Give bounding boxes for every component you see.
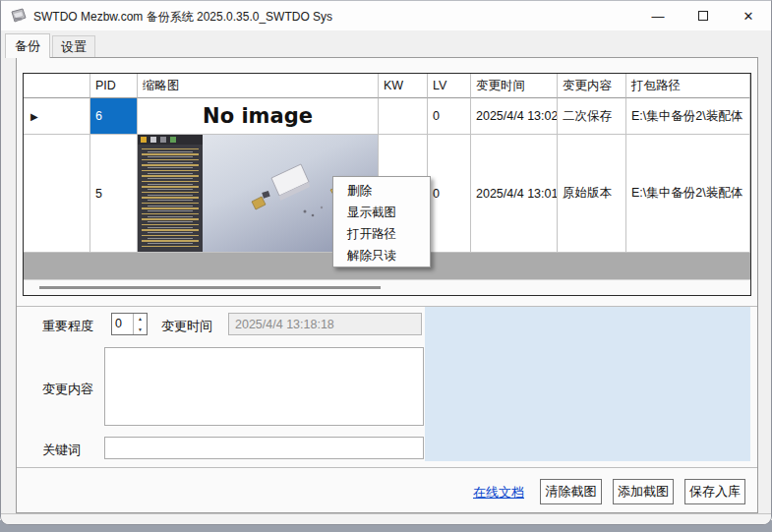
maximize-icon (698, 11, 708, 21)
change-content-label: 变更内容 (42, 381, 93, 398)
status-strip (1, 513, 771, 525)
tab-backup[interactable]: 备份 (5, 33, 50, 58)
change-time-label: 变更时间 (161, 318, 212, 335)
cad-toolbar-icon (141, 137, 147, 143)
app-icon (10, 8, 27, 24)
col-thumbnail[interactable]: 缩略图 (138, 74, 379, 98)
content-cell[interactable]: 原始版本 (558, 135, 626, 253)
close-button[interactable]: ✕ (726, 1, 771, 30)
col-time[interactable]: 变更时间 (471, 74, 558, 98)
maximize-button[interactable] (681, 1, 726, 30)
tab-settings[interactable]: 设置 (52, 35, 95, 58)
col-pid[interactable]: PID (90, 74, 138, 98)
cad-feature-tree (138, 135, 203, 252)
col-path[interactable]: 打包路径 (626, 74, 750, 98)
lv-cell[interactable]: 0 (428, 135, 471, 253)
col-content[interactable]: 变更内容 (558, 74, 626, 98)
importance-value: 0 (112, 314, 133, 334)
kw-cell[interactable] (379, 98, 428, 135)
thumbnail-cell-no-image[interactable]: No image (138, 98, 379, 135)
cad-toolbar-icon (160, 137, 166, 143)
path-cell[interactable]: E:\集中备份2\装配体 (626, 135, 750, 253)
save-to-db-button[interactable]: 保存入库 (684, 479, 745, 504)
col-selector[interactable] (24, 74, 90, 98)
col-lv[interactable]: LV (428, 74, 471, 98)
stepper-down-icon[interactable]: ▼ (134, 325, 147, 335)
keyword-label: 关键词 (42, 442, 81, 459)
cad-toolbar-icon (170, 137, 176, 143)
row-selector-cell[interactable]: ▶ (24, 98, 90, 135)
screen: SWTDO Mezbw.com 备份系统 2025.0.35.0_SWTDO S… (0, 0, 772, 532)
online-docs-link[interactable]: 在线文档 (473, 484, 524, 502)
minimize-button[interactable]: — (635, 1, 681, 30)
importance-stepper[interactable]: 0 ▲ ▼ (111, 313, 148, 335)
menu-item-delete[interactable]: 删除 (333, 180, 430, 202)
stepper-up-icon[interactable]: ▲ (134, 314, 147, 325)
horizontal-scrollbar[interactable] (24, 279, 750, 295)
time-cell[interactable]: 2025/4/4 13:01 (471, 135, 558, 253)
keyword-field[interactable] (104, 437, 424, 459)
grid-header-row: PID 缩略图 KW LV 变更时间 变更内容 打包路径 (24, 74, 750, 98)
add-screenshot-button[interactable]: 添加截图 (613, 479, 674, 504)
lv-cell[interactable]: 0 (428, 98, 471, 135)
screenshot-preview-panel (425, 307, 750, 461)
change-content-field[interactable] (104, 347, 424, 426)
separator (17, 467, 757, 468)
context-menu: 删除 显示截图 打开路径 解除只读 (332, 176, 431, 267)
path-cell[interactable]: E:\集中备份2\装配体 (626, 98, 750, 135)
menu-item-remove-readonly[interactable]: 解除只读 (333, 245, 430, 266)
current-row-arrow-icon: ▶ (30, 111, 38, 122)
window-title: SWTDO Mezbw.com 备份系统 2025.0.35.0_SWTDO S… (33, 9, 332, 26)
scrollbar-thumb[interactable] (39, 286, 381, 289)
title-bar[interactable]: SWTDO Mezbw.com 备份系统 2025.0.35.0_SWTDO S… (1, 1, 771, 30)
tab-strip: 备份 设置 (1, 30, 771, 57)
cad-toolbar-icon (150, 137, 156, 143)
importance-label: 重要程度 (42, 318, 93, 335)
menu-item-open-path[interactable]: 打开路径 (333, 223, 430, 245)
cad-tree-items (148, 151, 193, 248)
app-window: SWTDO Mezbw.com 备份系统 2025.0.35.0_SWTDO S… (0, 0, 772, 525)
col-kw[interactable]: KW (379, 74, 428, 98)
content-cell[interactable]: 二次保存 (558, 98, 626, 135)
pid-cell[interactable]: 6 (90, 98, 138, 135)
clear-screenshot-button[interactable]: 清除截图 (540, 479, 602, 504)
stepper-buttons: ▲ ▼ (133, 314, 147, 334)
table-row[interactable]: ▶ 6 No image 0 2025/4/4 13:02 二次保存 E:\集中… (24, 98, 750, 135)
time-cell[interactable]: 2025/4/4 13:02 (471, 98, 558, 135)
menu-item-show-screenshot[interactable]: 显示截图 (333, 202, 430, 223)
row-selector-cell[interactable] (24, 135, 90, 253)
pid-cell[interactable]: 5 (90, 135, 138, 253)
cad-toolbar (138, 135, 203, 145)
change-time-field: 2025/4/4 13:18:18 (228, 313, 422, 335)
